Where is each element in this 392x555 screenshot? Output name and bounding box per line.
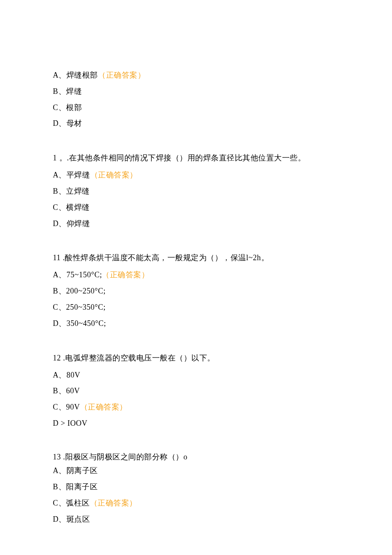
option-a: A、平焊缝（正确答案） [53, 167, 392, 183]
option-label: D、斑点区 [53, 515, 90, 523]
option-label: B、焊缝 [53, 87, 82, 96]
question-block: 11 .酸性焊条烘干温度不能太高，一般规定为（），保温l~2h。 A、75~15… [53, 252, 392, 331]
correct-answer-marker: （正确答案） [102, 270, 149, 279]
question-body: .电弧焊整流器的空载电压一般在（）以下。 [61, 354, 215, 362]
option-label: D、仰焊缝 [53, 219, 90, 228]
question-block: 12 .电弧焊整流器的空载电压一般在（）以下。 A、80V B、60V C、90… [53, 352, 392, 432]
option-label: B、立焊缝 [53, 187, 90, 195]
option-d: D > IOOV [53, 416, 392, 432]
option-label: A、焊缝根部 [53, 71, 98, 79]
option-label: D、350~450°C; [53, 319, 106, 328]
question-number: 1 [53, 154, 57, 162]
option-label: B、阳离子区 [53, 482, 98, 491]
option-c: C、90V（正确答案） [53, 399, 392, 416]
correct-answer-marker: （正确答案） [80, 403, 127, 411]
option-label: C、弧柱区 [53, 499, 90, 507]
option-b: B、200~250°C; [53, 283, 392, 299]
question-number: 11 [53, 253, 61, 262]
correct-answer-marker: （正确答案） [98, 71, 145, 79]
option-label: C、根部 [53, 103, 82, 112]
option-d: D、斑点区 [53, 511, 392, 528]
option-label: B、60V [53, 386, 80, 395]
option-c: C、根部 [53, 100, 392, 116]
question-text: 1 。.在其他条件相同的情况下焊接（）用的焊条直径比其他位置大一些。 [53, 152, 392, 164]
question-body: .阳极区与阴极区之间的部分称（）o [61, 453, 187, 461]
option-c: C、横焊缝 [53, 200, 392, 216]
question-block: 13 .阳极区与阴极区之间的部分称（）o A、阴离子区 B、阳离子区 C、弧柱区… [53, 452, 392, 528]
correct-answer-marker: （正确答案） [90, 499, 137, 507]
option-label: D、母材 [53, 119, 82, 128]
option-a: A、焊缝根部（正确答案） [53, 67, 392, 84]
question-text: 11 .酸性焊条烘干温度不能太高，一般规定为（），保温l~2h。 [53, 252, 392, 264]
option-c: C、250~350°C; [53, 299, 392, 316]
option-d: D、仰焊缝 [53, 216, 392, 232]
option-c: C、弧柱区（正确答案） [53, 495, 392, 511]
correct-answer-marker: （正确答案） [90, 171, 138, 179]
option-label: C、横焊缝 [53, 203, 90, 212]
question-body: .酸性焊条烘干温度不能太高，一般规定为（），保温l~2h。 [61, 253, 269, 262]
option-label: D > IOOV [53, 419, 87, 427]
option-a: A、75~150°C;（正确答案） [53, 267, 392, 283]
option-label: A、80V [53, 371, 81, 379]
question-text: 13 .阳极区与阴极区之间的部分称（）o [53, 452, 392, 462]
question-body: 。.在其他条件相同的情况下焊接（）用的焊条直径比其他位置大一些。 [57, 154, 306, 162]
option-b: B、阳离子区 [53, 479, 392, 495]
question-text: 12 .电弧焊整流器的空载电压一般在（）以下。 [53, 352, 392, 364]
option-label: A、75~150°C; [53, 270, 102, 279]
option-a: A、阴离子区 [53, 463, 392, 479]
option-d: D、350~450°C; [53, 316, 392, 332]
option-label: C、250~350°C; [53, 303, 106, 311]
question-number: 12 [53, 354, 61, 362]
option-b: B、立焊缝 [53, 183, 392, 200]
option-b: B、焊缝 [53, 84, 392, 100]
option-d: D、母材 [53, 116, 392, 132]
question-block: 1 。.在其他条件相同的情况下焊接（）用的焊条直径比其他位置大一些。 A、平焊缝… [53, 152, 392, 232]
option-label: C、90V [53, 403, 80, 411]
option-label: A、平焊缝 [53, 171, 90, 179]
option-b: B、60V [53, 383, 392, 399]
question-number: 13 [53, 453, 61, 461]
option-a: A、80V [53, 367, 392, 384]
option-label: B、200~250°C; [53, 287, 106, 295]
question-block: A、焊缝根部（正确答案） B、焊缝 C、根部 D、母材 [53, 67, 392, 132]
option-label: A、阴离子区 [53, 466, 98, 475]
